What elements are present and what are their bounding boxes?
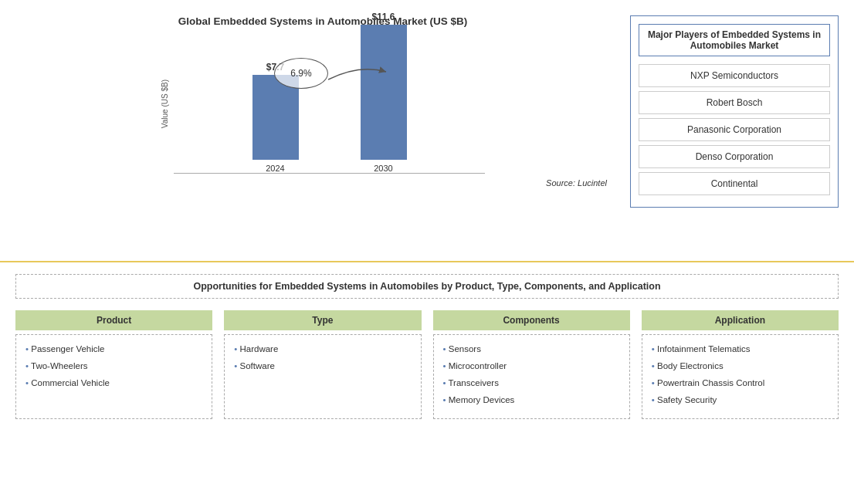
- application-header: Application: [642, 310, 839, 330]
- opportunities-title: Opportunities for Embedded Systems in Au…: [15, 274, 839, 299]
- top-section: Global Embedded Systems in Automobiles M…: [0, 0, 854, 262]
- product-item-twowheelers: Two-Wheelers: [25, 360, 202, 372]
- product-item-passenger: Passenger Vehicle: [25, 343, 202, 355]
- bar-2030-value: $11.6: [371, 12, 395, 22]
- player-bosch: Robert Bosch: [639, 91, 830, 114]
- component-microcontroller: Microcontroller: [443, 360, 620, 372]
- player-nxp: NXP Semiconductors: [639, 64, 830, 87]
- y-axis-label: Value (US $B): [161, 79, 169, 128]
- bar-2030-label: 2030: [374, 164, 392, 173]
- type-item-hardware: Hardware: [234, 343, 411, 355]
- product-col: Product Passenger Vehicle Two-Wheelers C…: [15, 310, 212, 419]
- product-items: Passenger Vehicle Two-Wheelers Commercia…: [15, 334, 212, 419]
- player-panasonic: Panasonic Corporation: [639, 118, 830, 141]
- type-items: Hardware Software: [224, 334, 421, 419]
- player-continental: Continental: [639, 172, 830, 195]
- components-header: Components: [433, 310, 630, 330]
- component-sensors: Sensors: [443, 343, 620, 355]
- player-denso: Denso Corporation: [639, 145, 830, 168]
- bar-2030: $11.6 2030: [361, 12, 407, 173]
- chart-source: Source: Lucintel: [15, 178, 630, 188]
- bars-row: $7.7 2024 6.9%: [174, 35, 485, 174]
- type-item-software: Software: [234, 360, 411, 372]
- page-wrapper: Global Embedded Systems in Automobiles M…: [0, 0, 854, 504]
- players-panel: Major Players of Embedded Systems in Aut…: [630, 15, 839, 208]
- component-transceivers: Transceivers: [443, 377, 620, 389]
- chart-title: Global Embedded Systems in Automobiles M…: [178, 15, 468, 27]
- app-infotainment: Infotainment Telematics: [652, 343, 829, 355]
- application-items: Infotainment Telematics Body Electronics…: [642, 334, 839, 419]
- bottom-section: Opportunities for Embedded Systems in Au…: [0, 262, 854, 431]
- type-header: Type: [224, 310, 421, 330]
- components-col: Components Sensors Microcontroller Trans…: [433, 310, 630, 419]
- bars-container: $7.7 2024 6.9%: [174, 35, 485, 174]
- cagr-ellipse: 6.9%: [274, 58, 328, 89]
- bar-2030-rect: [361, 25, 407, 160]
- application-col: Application Infotainment Telematics Body…: [642, 310, 839, 419]
- type-col: Type Hardware Software: [224, 310, 421, 419]
- app-safety: Safety Security: [652, 394, 829, 406]
- app-body-electronics: Body Electronics: [652, 360, 829, 372]
- cagr-value: 6.9%: [290, 68, 311, 79]
- product-header: Product: [15, 310, 212, 330]
- cagr-annotation: 6.9%: [274, 58, 390, 89]
- app-powertrain: Powertrain Chassis Control: [652, 377, 829, 389]
- bar-2024-label: 2024: [266, 164, 284, 173]
- categories-row: Product Passenger Vehicle Two-Wheelers C…: [15, 310, 839, 419]
- components-items: Sensors Microcontroller Transceivers Mem…: [433, 334, 630, 419]
- product-item-commercial: Commercial Vehicle: [25, 377, 202, 389]
- cagr-arrow-icon: [328, 60, 390, 87]
- players-title: Major Players of Embedded Systems in Aut…: [639, 24, 830, 56]
- chart-area: Global Embedded Systems in Automobiles M…: [15, 8, 630, 253]
- component-memory: Memory Devices: [443, 394, 620, 406]
